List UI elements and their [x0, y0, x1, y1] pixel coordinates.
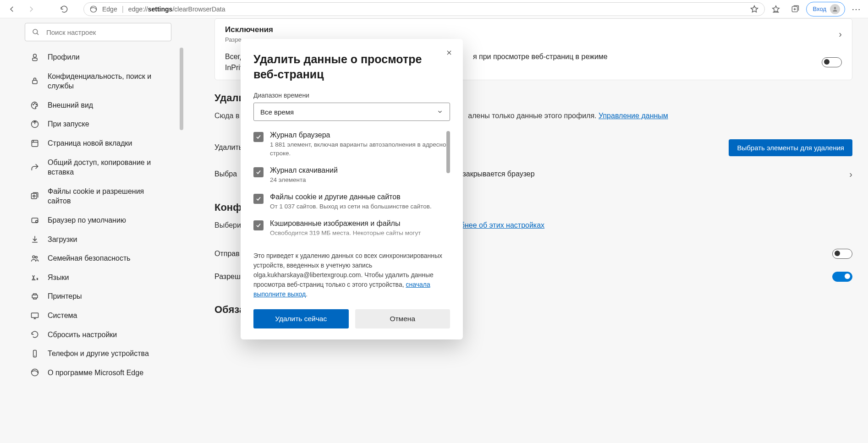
- svg-point-21: [32, 369, 38, 376]
- data-type-title: Файлы cookie и другие данные сайтов: [270, 193, 432, 201]
- chevron-down-icon: [437, 109, 443, 115]
- time-range-value: Все время: [260, 108, 294, 116]
- refresh-button[interactable]: [56, 2, 72, 16]
- data-type-title: Кэшированные изображения и файлы: [270, 219, 421, 228]
- nav-icon: [30, 273, 39, 282]
- sidebar-item-4[interactable]: Страница новой вкладки: [25, 134, 171, 153]
- toggle-2[interactable]: [832, 272, 852, 282]
- svg-point-16: [33, 256, 35, 258]
- sidebar-item-10[interactable]: Языки: [25, 268, 171, 287]
- sync-warning-note: Это приведет к удалению данных со всех с…: [253, 251, 450, 299]
- data-type-list: Журнал браузера1 881 элемент, включая ва…: [253, 131, 450, 245]
- settings-sidebar: ПрофилиКонфиденциальность, поиск и служб…: [0, 18, 185, 443]
- learn-more-link[interactable]: бнее об этих настройках: [461, 221, 544, 229]
- sidebar-item-8[interactable]: Загрузки: [25, 230, 171, 249]
- sidebar-item-label: При запуске: [48, 119, 89, 129]
- sidebar-item-5[interactable]: Общий доступ, копирование и вставка: [25, 153, 171, 182]
- nav-icon: [30, 139, 39, 148]
- checkbox[interactable]: [253, 132, 264, 142]
- sidebar-item-label: Конфиденциальность, поиск и службы: [48, 71, 166, 91]
- data-type-title: Журнал скачиваний: [270, 166, 338, 175]
- favorites-icon[interactable]: [768, 2, 784, 16]
- inprivate-toggle[interactable]: [822, 57, 842, 67]
- data-type-item: Файлы cookie и другие данные сайтовОт 1 …: [253, 193, 450, 211]
- chevron-right-icon[interactable]: ›: [849, 169, 852, 180]
- sidebar-item-label: Файлы cookie и разрешения сайтов: [48, 186, 166, 206]
- address-url: edge://settings/clearBrowserData: [128, 5, 225, 13]
- search-settings[interactable]: [25, 23, 171, 41]
- nav-icon: [30, 254, 39, 263]
- forward-button[interactable]: [23, 2, 39, 16]
- sidebar-item-9[interactable]: Семейная безопасность: [25, 249, 171, 268]
- search-input[interactable]: [46, 28, 165, 36]
- nav-icon: [30, 235, 39, 244]
- sidebar-item-label: Профили: [48, 52, 80, 62]
- nav-icon: [30, 191, 39, 201]
- data-type-title: Журнал браузера: [270, 131, 450, 139]
- back-button[interactable]: [4, 2, 20, 16]
- edge-logo-icon: [89, 5, 98, 13]
- sidebar-item-0[interactable]: Профили: [25, 48, 171, 67]
- sidebar-item-label: Страница новой вкладки: [48, 138, 132, 148]
- login-chip[interactable]: Вход: [806, 2, 845, 16]
- svg-rect-12: [32, 194, 37, 199]
- sidebar-item-6[interactable]: Файлы cookie и разрешения сайтов: [25, 182, 171, 211]
- sidebar-item-label: Телефон и другие устройства: [48, 349, 149, 359]
- sidebar-item-13[interactable]: Сбросить настройки: [25, 325, 171, 345]
- svg-point-4: [33, 54, 37, 57]
- sidebar-item-2[interactable]: Внешний вид: [25, 96, 171, 115]
- sidebar-item-11[interactable]: Принтеры: [25, 287, 171, 306]
- svg-rect-18: [32, 295, 38, 298]
- checkbox[interactable]: [253, 194, 264, 204]
- sidebar-item-7[interactable]: Браузер по умолчанию: [25, 211, 171, 230]
- nav-icon: [30, 349, 39, 358]
- sidebar-item-label: Система: [48, 311, 77, 321]
- nav-icon: [30, 311, 39, 320]
- svg-rect-5: [33, 58, 37, 60]
- close-button[interactable]: [442, 45, 456, 60]
- toggle-1[interactable]: [832, 249, 852, 259]
- clear-browsing-data-dialog: Удалить данные о просмотре веб-страниц Д…: [241, 39, 463, 339]
- login-label: Вход: [813, 5, 826, 12]
- time-range-select[interactable]: Все время: [253, 103, 450, 121]
- cancel-button[interactable]: Отмена: [355, 309, 450, 328]
- list-scrollbar[interactable]: [446, 131, 450, 173]
- nav-icon: [30, 330, 39, 339]
- address-bar[interactable]: Edge | edge://settings/clearBrowserData: [83, 2, 765, 16]
- sidebar-scrollbar[interactable]: [179, 18, 183, 443]
- sidebar-item-label: Общий доступ, копирование и вставка: [48, 158, 166, 177]
- data-type-item: Журнал браузера1 881 элемент, включая ва…: [253, 131, 450, 158]
- sidebar-item-12[interactable]: Система: [25, 306, 171, 325]
- search-icon: [32, 28, 40, 36]
- sidebar-item-label: Языки: [48, 273, 69, 283]
- sidebar-item-14[interactable]: Телефон и другие устройства: [25, 344, 171, 363]
- sidebar-item-label: Сбросить настройки: [48, 330, 117, 340]
- sidebar-item-3[interactable]: При запуске: [25, 115, 171, 134]
- favorite-star-icon[interactable]: [750, 5, 759, 14]
- data-type-item: Журнал скачиваний24 элемента: [253, 166, 450, 185]
- data-type-desc: 1 881 элемент, включая варианты автозапо…: [270, 141, 450, 158]
- menu-button[interactable]: ⋯: [848, 2, 864, 16]
- sidebar-item-label: Браузер по умолчанию: [48, 215, 126, 225]
- avatar-icon: [830, 4, 840, 14]
- svg-point-0: [90, 6, 97, 12]
- collections-icon[interactable]: [787, 2, 803, 16]
- sidebar-item-1[interactable]: Конфиденциальность, поиск и службы: [25, 67, 171, 96]
- clear-now-button[interactable]: Удалить сейчас: [253, 309, 349, 328]
- choose-to-clear-button[interactable]: Выбрать элементы для удаления: [729, 139, 852, 156]
- checkbox[interactable]: [253, 220, 264, 230]
- choose-clear-label: Удалить: [214, 143, 242, 152]
- nav-icon: [30, 53, 39, 62]
- address-brand: Edge: [102, 5, 117, 13]
- sidebar-item-15[interactable]: О программе Microsoft Edge: [25, 363, 171, 383]
- manage-data-link[interactable]: Управление данным: [599, 112, 668, 120]
- sidebar-item-label: О программе Microsoft Edge: [48, 368, 143, 378]
- svg-point-8: [34, 103, 35, 104]
- close-icon: [446, 49, 452, 56]
- sidebar-item-label: Семейная безопасность: [48, 253, 131, 263]
- svg-rect-19: [32, 313, 38, 317]
- checkbox[interactable]: [253, 167, 264, 177]
- data-type-desc: От 1 037 сайтов. Выход из сети на больши…: [270, 202, 432, 211]
- nav-icon: [30, 101, 39, 110]
- chevron-right-icon[interactable]: ›: [839, 29, 842, 39]
